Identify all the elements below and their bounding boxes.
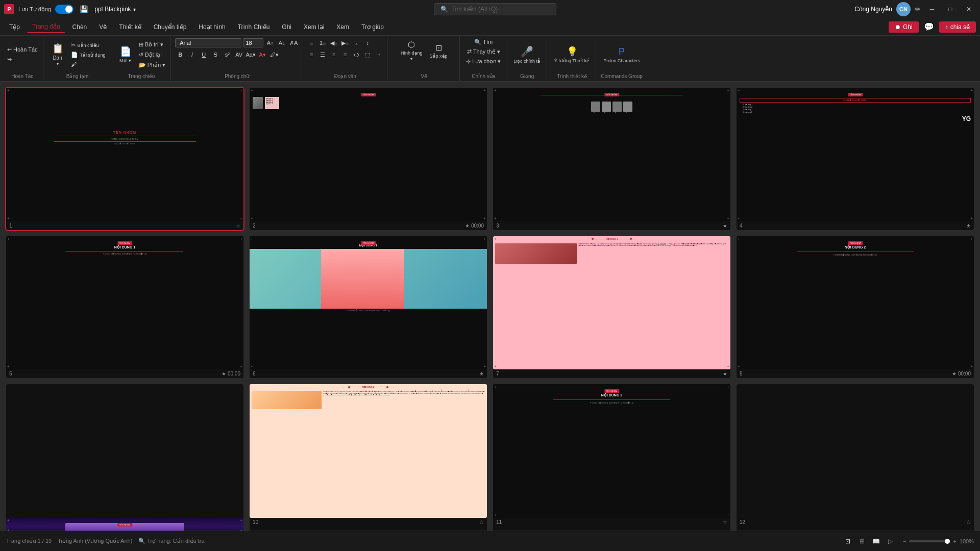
justify-btn[interactable]: ≡	[340, 49, 350, 60]
design-ideas-btn[interactable]: 💡 Ý tưởng Thiết kế	[551, 44, 593, 65]
restore-button[interactable]: □	[943, 2, 958, 16]
save-icon[interactable]: 💾	[78, 4, 90, 14]
underline-btn[interactable]: U	[199, 49, 209, 60]
reading-view-btn[interactable]: 📖	[870, 535, 883, 547]
slide-thumb-10[interactable]: NỘI DUNG 2 Jennie Kim (Hangul: 제니킴; sinh…	[250, 384, 487, 531]
strikethrough-btn[interactable]: S	[210, 49, 220, 60]
dictation-btn[interactable]: 🎤 Đọc chính tả	[510, 43, 544, 66]
slide10-body: Jennie Kim (Hangul: 제니킴; sinh ngày 16 th…	[252, 391, 485, 409]
layout-button[interactable]: ⊞ Bố trí ▾	[137, 40, 168, 49]
bold-btn[interactable]: B	[175, 49, 185, 60]
slide1-subtitle: THÀNH VIÊN TRONG NHÓM	[6, 138, 243, 140]
share-button[interactable]: ↑ chia sẻ	[939, 21, 976, 33]
zoom-in-btn[interactable]: +	[953, 538, 956, 544]
decrease-indent-btn[interactable]: ◀≡	[329, 38, 339, 48]
slide-thumb-2[interactable]: + + + + TÊN NHÓM GROUP 1GROUP 5GROUP 9——	[250, 88, 487, 230]
slide-thumb-12[interactable]: + + + + TÊN NHÓM ROSÉ NỘI DUNG 3	[737, 384, 974, 531]
menu-tep[interactable]: Tệp	[4, 21, 25, 33]
find-btn[interactable]: 🔍 Tìm	[472, 38, 495, 46]
smart-art-btn[interactable]: ⬚	[362, 49, 373, 60]
minimize-button[interactable]: ─	[925, 2, 939, 16]
record-button[interactable]: ⏺ Ghi	[889, 21, 919, 33]
search-bar[interactable]: 🔍 Tìm kiếm (Alt+Q)	[434, 3, 556, 15]
slide-sorter-btn[interactable]: ⊞	[856, 535, 868, 547]
highlight-btn[interactable]: 🖊▾	[269, 49, 279, 60]
pixton-btn[interactable]: P Pixton Characters	[600, 44, 643, 65]
text-direction-btn[interactable]: ⭯	[351, 49, 361, 60]
font-color-btn[interactable]: A▾	[257, 49, 267, 60]
columns-btn[interactable]: ⫠	[351, 38, 361, 48]
slide-thumb-11[interactable]: + + + + TÊN NHÓM NỘI DUNG 3 Ý CHÍNH NỘI …	[493, 384, 730, 531]
slide-thumb-1[interactable]: + × + × TÊN NHÓM THÀNH VIÊN TRONG NHÓM C…	[6, 88, 243, 230]
italic-btn[interactable]: I	[187, 49, 197, 60]
zoom-thumb[interactable]	[945, 539, 950, 544]
user-avatar[interactable]: CN	[896, 2, 911, 16]
slide-thumb-8[interactable]: + + + + TÊN NHÓM NỘI DUNG 2 Ý CHÍNH NỘI …	[737, 236, 974, 379]
font-size-select[interactable]: 18	[243, 38, 263, 47]
decrease-font-btn[interactable]: A↓	[277, 38, 287, 48]
new-slide-button[interactable]: 📄 Mới ▾	[115, 44, 136, 65]
slide3-photos: Họ và tên Họ và tên Họ và tên Họ và	[493, 97, 730, 115]
redo-button[interactable]: ↪	[5, 55, 40, 64]
ribbon: ↩ Hoàn Tác ↪ Hoàn Tác 📋 Dán ▾ ✂ Bản chiế…	[0, 36, 980, 82]
slideshow-btn[interactable]: ▷	[885, 535, 897, 547]
menu-trinh-chieu[interactable]: Trình Chiếu	[233, 21, 275, 33]
pen-icon[interactable]: ✏	[915, 5, 921, 13]
menu-trang-dau[interactable]: Trang đầu	[27, 21, 65, 33]
format-painter-button[interactable]: 📄 Tải sử dụng	[69, 51, 108, 59]
slide5-title: NỘI DUNG 1	[8, 245, 241, 249]
slide6-footer: 6 ★	[250, 369, 487, 378]
menu-tro-giup[interactable]: Trợ giúp	[356, 21, 389, 33]
menu-chen[interactable]: Chèn	[67, 21, 92, 33]
copy-button[interactable]: ✂ Bản chiếu	[69, 41, 108, 49]
text-shadow-btn[interactable]: s²	[222, 49, 232, 60]
align-left-btn[interactable]: ≡	[306, 49, 316, 60]
paste-special-button[interactable]: 🖌	[69, 60, 108, 68]
reset-button[interactable]: ↺ Đặt lại	[137, 51, 168, 59]
slide7-tag: NỘI DUNG 1	[606, 238, 618, 240]
zoom-slider[interactable]	[909, 540, 950, 542]
normal-view-btn[interactable]: ⊡	[842, 535, 854, 547]
numbering-btn[interactable]: 1≡	[317, 38, 328, 48]
change-case-btn[interactable]: Aa▾	[246, 49, 256, 60]
clear-format-btn[interactable]: ✗A	[288, 38, 299, 48]
font-family-select[interactable]: Arial	[175, 38, 241, 47]
paste-button[interactable]: 📋 Dán ▾	[47, 41, 68, 68]
close-button[interactable]: ✕	[962, 2, 976, 16]
slide-thumb-7[interactable]: + + + + NỘI DUNG 1	[493, 236, 730, 379]
undo-button[interactable]: ↩ Hoàn Tác	[5, 45, 40, 54]
zoom-out-btn[interactable]: −	[903, 538, 906, 544]
auto-save-toggle[interactable]	[55, 5, 74, 14]
char-spacing-btn[interactable]: AV	[234, 49, 244, 60]
main-area: + × + × TÊN NHÓM THÀNH VIÊN TRONG NHÓM C…	[0, 82, 980, 531]
select-btn[interactable]: ⊹ Lựa chọn ▾	[464, 57, 503, 66]
slide-thumb-5[interactable]: + + + + TÊN NHÓM NỘI DUNG 1 Ý CHÍNH NỘI …	[6, 236, 243, 379]
section-button[interactable]: 📂 Phần ▾	[137, 61, 168, 69]
menu-hoat-hinh[interactable]: Hoạt hình	[193, 21, 230, 33]
slide-thumb-3[interactable]: + + + + TÊN NHÓM Họ và tên	[493, 88, 730, 230]
slide-thumb-4[interactable]: + + + + TÊN NHÓM CHỦ ĐỀ THUYẾT TRÌNH 01 …	[737, 88, 974, 230]
increase-indent-btn[interactable]: ▶≡	[340, 38, 350, 48]
file-name[interactable]: ppt Blackpink ▾	[94, 6, 135, 13]
ribbon-clipboard-group: 📋 Dán ▾ ✂ Bản chiếu 📄 Tải sử dụng 🖌 Bảng…	[44, 36, 111, 81]
increase-font-btn[interactable]: A↑	[265, 38, 275, 48]
bullets-btn[interactable]: ≡	[306, 38, 316, 48]
slide-thumb-9[interactable]: + + + + TÊN NHÓM NỘI DUNG 2	[6, 384, 243, 531]
arrange-btn[interactable]: ⊡ Sắp xếp	[427, 41, 451, 61]
draw-label: Vẽ	[391, 71, 456, 79]
comment-button[interactable]: 💬	[921, 20, 937, 34]
menu-ghi[interactable]: Ghi	[277, 21, 297, 33]
slide-thumb-6[interactable]: + + + + TÊN NHÓM NỘI DUNG 1 Ý CHÍNH NỘI	[250, 236, 487, 379]
line-spacing-btn[interactable]: ↕	[362, 38, 373, 48]
menu-ve[interactable]: Vẽ	[94, 21, 112, 33]
convert-btn[interactable]: →	[374, 49, 384, 60]
menu-thiet-ke[interactable]: Thiết kế	[114, 21, 146, 33]
slide3-star: ★	[723, 223, 727, 229]
align-right-btn[interactable]: ≡	[329, 49, 339, 60]
menu-xem-lai[interactable]: Xem lại	[299, 21, 329, 33]
replace-btn[interactable]: ⇄ Thay thế ▾	[465, 47, 502, 56]
align-center-btn[interactable]: ☰	[317, 49, 328, 60]
menu-xem[interactable]: Xem	[331, 21, 354, 33]
shapes-btn[interactable]: ⬡ Hình dạng ▾	[398, 38, 426, 63]
menu-chuyen-tiep[interactable]: Chuyển tiếp	[149, 21, 192, 33]
